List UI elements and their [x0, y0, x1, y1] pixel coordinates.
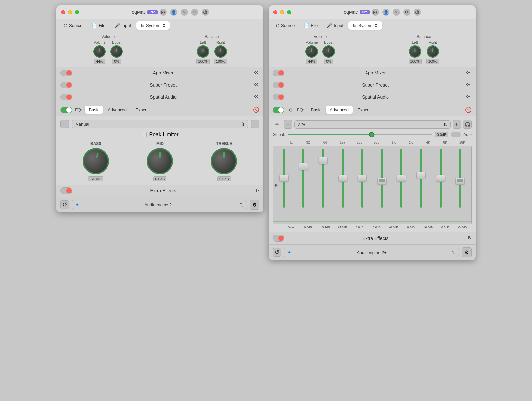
extra-effects-eye-icon-r[interactable]: 👁 — [466, 235, 472, 241]
eq-slider-handle-8k[interactable] — [436, 175, 445, 182]
preset-dropdown-r[interactable]: A2+ ⇅ — [294, 120, 451, 129]
device-dropdown-r[interactable]: ✦ Audioengine 2+ ⇅ — [284, 248, 459, 257]
reset-button[interactable]: ↺ — [60, 200, 69, 209]
boost-knob-r[interactable] — [322, 45, 335, 58]
tab-input[interactable]: 🎤 Input — [111, 21, 135, 30]
eq-tab-basic[interactable]: Basic — [85, 106, 103, 114]
eq-tab-basic-r[interactable]: Basic — [307, 106, 325, 114]
mid-knob[interactable] — [147, 148, 173, 174]
spatial-audio-toggle[interactable] — [60, 94, 72, 100]
super-preset-eye-icon[interactable]: 👁 — [254, 82, 259, 88]
tab-source[interactable]: ⬡ Source — [60, 21, 86, 30]
eq-slider-track-125[interactable] — [322, 149, 324, 208]
eq-eye-crossed-icon[interactable]: 🚫 — [253, 107, 259, 113]
auto-toggle[interactable] — [451, 132, 461, 137]
close-button-r[interactable] — [273, 10, 277, 14]
eq-toggle[interactable] — [60, 107, 72, 113]
spatial-audio-eye-icon[interactable]: 👁 — [254, 94, 259, 100]
eq-slider-track-4k[interactable] — [420, 149, 422, 208]
eq-slider-handle-1k[interactable] — [377, 178, 387, 185]
device-dropdown[interactable]: ✦ Audioengine 2+ ⇅ — [72, 200, 247, 209]
tab-file[interactable]: 📄 File — [88, 21, 109, 30]
account-icon-r[interactable]: 👤 — [382, 9, 389, 16]
eq-slider-track-2k[interactable] — [400, 149, 402, 208]
headphone-button[interactable]: 🎧 — [463, 120, 472, 129]
super-preset-toggle-r[interactable] — [273, 82, 284, 88]
rewind-icon-r[interactable]: ⏮ — [372, 9, 379, 16]
super-preset-eye-icon-r[interactable]: 👁 — [466, 82, 472, 88]
eq-slider-track-1k[interactable] — [381, 149, 383, 208]
account-icon[interactable]: 👤 — [170, 9, 177, 16]
eq-slider-handle-4k[interactable] — [416, 172, 426, 179]
eq-slider-track-500[interactable] — [361, 149, 363, 208]
treble-knob[interactable] — [211, 148, 237, 174]
remove-preset-button[interactable]: − — [60, 120, 69, 128]
eq-toggle-r[interactable] — [273, 107, 284, 113]
help-icon-r[interactable]: ? — [393, 9, 400, 16]
tab-file-r[interactable]: 📄 File — [300, 21, 321, 30]
extra-effects-eye-icon[interactable]: 👁 — [254, 188, 259, 194]
maximize-button-r[interactable] — [287, 10, 291, 14]
eq-tab-advanced-r[interactable]: Advanced — [326, 106, 353, 114]
eq-slider-handle-16k[interactable] — [455, 178, 465, 185]
right-balance-knob[interactable] — [214, 45, 227, 58]
eq-slider-handle-250[interactable] — [338, 175, 347, 182]
eq-slider-track-8k[interactable] — [440, 149, 442, 208]
eq-slider-track-16k[interactable] — [459, 149, 461, 208]
super-preset-toggle[interactable] — [60, 82, 72, 88]
power-icon-r[interactable]: ⏻ — [414, 9, 421, 16]
minimize-button[interactable] — [68, 10, 72, 14]
eq-gear-icon[interactable]: ⚙ — [287, 106, 294, 114]
search-icon-r[interactable]: ⟳ — [403, 9, 410, 16]
boost-knob[interactable] — [110, 45, 123, 58]
app-mixer-toggle-r[interactable] — [273, 70, 284, 76]
extra-effects-toggle[interactable] — [60, 187, 72, 194]
spatial-audio-toggle-r[interactable] — [273, 94, 284, 100]
left-balance-knob[interactable] — [197, 45, 209, 58]
right-balance-knob-r[interactable] — [427, 45, 439, 58]
help-icon[interactable]: ? — [181, 9, 188, 16]
power-icon[interactable]: ⏻ — [202, 9, 209, 16]
eq-slider-track-32[interactable] — [283, 149, 285, 208]
peak-limiter-checkbox[interactable] — [142, 132, 147, 137]
rewind-icon[interactable]: ⏮ — [160, 9, 167, 16]
volume-knob-r[interactable] — [305, 45, 318, 58]
spatial-audio-eye-icon-r[interactable]: 👁 — [466, 94, 472, 100]
add-preset-button-r[interactable]: + — [453, 120, 461, 129]
left-balance-knob-r[interactable] — [409, 45, 421, 58]
eq-slider-handle-32[interactable] — [279, 175, 289, 182]
tab-source-r[interactable]: ⬡ Source — [272, 21, 299, 30]
extra-effects-toggle-r[interactable] — [273, 235, 284, 242]
eq-tab-expert-r[interactable]: Expert — [353, 106, 374, 114]
device-settings-button-r[interactable]: ⚙ — [462, 247, 472, 257]
bass-knob[interactable] — [83, 148, 109, 174]
tab-system[interactable]: 🖥 System ⚙ — [136, 21, 170, 30]
eq-slider-track-64[interactable] — [302, 149, 304, 208]
eq-slider-handle-2k[interactable] — [397, 175, 406, 182]
edit-preset-button[interactable]: ✏ — [273, 120, 282, 129]
app-mixer-eye-icon-r[interactable]: 👁 — [466, 70, 472, 76]
eq-tab-expert[interactable]: Expert — [131, 106, 152, 114]
preset-dropdown[interactable]: Manual ⇅ — [72, 120, 248, 128]
add-preset-button[interactable]: + — [251, 120, 259, 128]
tab-system-r[interactable]: 🖥 System ⚙ — [348, 21, 382, 30]
play-arrow-icon[interactable]: ▶ — [275, 183, 278, 187]
tab-input-r[interactable]: 🎤 Input — [323, 21, 347, 30]
eq-slider-handle-500[interactable] — [358, 175, 367, 182]
global-slider-thumb[interactable] — [369, 132, 374, 137]
eq-slider-track-250[interactable] — [342, 149, 344, 208]
maximize-button[interactable] — [75, 10, 79, 14]
global-slider[interactable] — [288, 134, 432, 135]
minimize-button-r[interactable] — [280, 10, 284, 14]
eq-tab-advanced[interactable]: Advanced — [104, 106, 131, 114]
remove-preset-button-r[interactable]: − — [284, 120, 292, 129]
eq-eye-crossed-icon-r[interactable]: 🚫 — [465, 107, 472, 113]
reset-button-r[interactable]: ↺ — [273, 248, 281, 257]
eq-slider-handle-125[interactable] — [319, 157, 328, 164]
volume-knob[interactable] — [93, 45, 106, 58]
search-icon[interactable]: ⟳ — [191, 9, 198, 16]
app-mixer-toggle[interactable] — [60, 70, 72, 76]
device-settings-button[interactable]: ⚙ — [250, 200, 259, 210]
close-button[interactable] — [61, 10, 65, 14]
app-mixer-eye-icon[interactable]: 👁 — [254, 70, 259, 76]
